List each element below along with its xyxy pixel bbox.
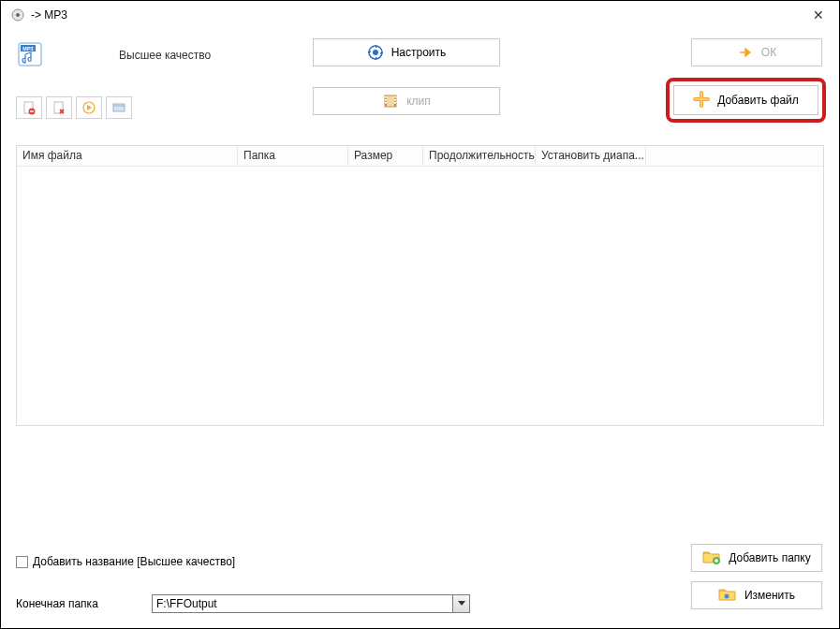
app-icon (10, 7, 25, 22)
add-folder-label: Добавить папку (729, 551, 810, 564)
ok-button[interactable]: ОК (691, 38, 822, 66)
add-folder-button[interactable]: Добавить папку (691, 544, 822, 572)
close-button[interactable]: ✕ (807, 4, 830, 26)
configure-button[interactable]: Настроить (313, 38, 500, 66)
folder-edit-icon (718, 587, 737, 605)
file-table: Имя файла Папка Размер Продолжительность… (16, 145, 824, 426)
info-button[interactable] (106, 96, 132, 119)
column-size[interactable]: Размер (348, 146, 423, 166)
svg-text:MP3: MP3 (22, 46, 33, 51)
svg-rect-21 (394, 99, 396, 101)
svg-rect-22 (394, 102, 396, 104)
svg-point-1 (16, 13, 20, 17)
chevron-down-icon (458, 601, 465, 606)
gear-icon (367, 44, 384, 61)
svg-point-6 (373, 50, 378, 55)
svg-rect-9 (30, 110, 34, 111)
titlebar: -> MP3 ✕ (1, 1, 839, 29)
column-range[interactable]: Установить диапа... (536, 146, 646, 166)
dest-folder-label: Конечная папка (16, 597, 152, 610)
change-button[interactable]: Изменить (691, 581, 822, 609)
svg-rect-12 (113, 104, 125, 111)
delete-button[interactable] (46, 96, 72, 119)
add-name-label: Добавить название [Высшее качество] (33, 555, 235, 568)
mp3-format-icon: MP3 (16, 41, 44, 69)
change-label: Изменить (744, 589, 795, 602)
svg-rect-17 (385, 96, 387, 98)
configure-label: Настроить (391, 46, 447, 59)
window-title: -> MP3 (31, 8, 67, 22)
clip-button[interactable]: клип (313, 87, 500, 115)
svg-point-24 (724, 593, 729, 598)
ok-label: ОК (761, 46, 776, 59)
add-file-label: Добавить файл (717, 94, 799, 107)
svg-rect-20 (394, 96, 396, 98)
folder-plus-icon (702, 549, 721, 567)
clip-label: клип (406, 95, 431, 108)
add-file-button[interactable]: Добавить файл (673, 85, 818, 115)
play-button[interactable] (76, 96, 102, 119)
remove-button[interactable] (16, 96, 42, 119)
table-header: Имя файла Папка Размер Продолжительность… (17, 146, 823, 167)
add-name-checkbox[interactable] (16, 556, 28, 568)
column-folder[interactable]: Папка (238, 146, 348, 166)
quality-label: Высшее качество (119, 49, 211, 62)
dest-folder-select[interactable]: F:\FFOutput (152, 594, 470, 613)
film-icon (382, 93, 399, 110)
arrow-right-icon (737, 44, 754, 61)
dest-folder-value: F:\FFOutput (156, 597, 217, 610)
column-duration[interactable]: Продолжительность (423, 146, 536, 166)
column-filename[interactable]: Имя файла (17, 146, 238, 166)
svg-rect-18 (385, 99, 387, 101)
svg-rect-19 (385, 102, 387, 104)
plus-icon (693, 91, 710, 110)
add-file-highlight: Добавить файл (666, 78, 826, 123)
